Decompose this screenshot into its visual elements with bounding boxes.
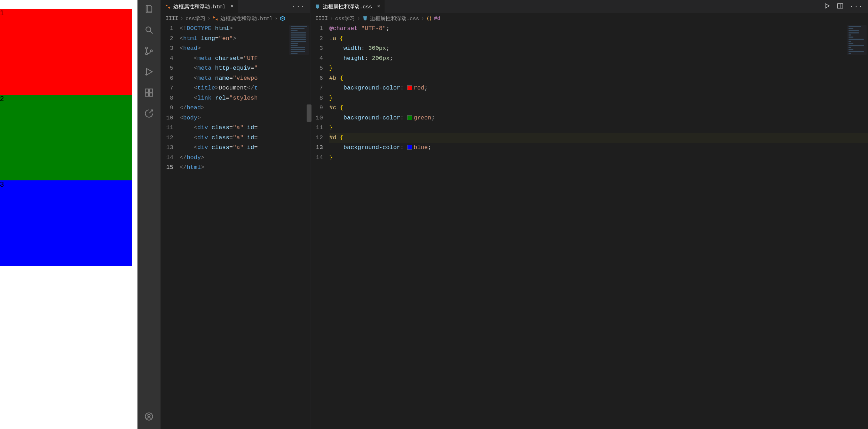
svg-point-3	[145, 53, 148, 55]
symbol-icon	[426, 16, 432, 21]
run-debug-icon[interactable]	[143, 66, 155, 77]
tab-toolbar: ···	[287, 0, 310, 13]
svg-rect-6	[145, 89, 149, 92]
svg-point-11	[148, 414, 150, 417]
remote-icon[interactable]	[143, 108, 155, 119]
code-content[interactable]: @charset "UTF-8";.a { width: 300px; heig…	[329, 24, 868, 429]
search-icon[interactable]	[143, 24, 155, 36]
breadcrumb-root: IIII	[315, 16, 328, 22]
symbol-icon	[280, 16, 285, 21]
svg-rect-9	[149, 93, 152, 96]
html-file-icon	[165, 4, 171, 9]
breadcrumb-folder: css学习	[186, 15, 205, 22]
line-number-gutter: 1234567891011121314	[310, 24, 329, 429]
editor-group-1: 边框属性和浮动.html × ··· IIII › css学习 › 边框属性和浮…	[160, 0, 310, 429]
code-content[interactable]: <!DOCTYPE html><html lang="en"><head> <m…	[180, 24, 310, 429]
chevron-right-icon: ›	[180, 16, 183, 22]
preview-box-label: 2	[0, 95, 4, 103]
preview-box-1: 1	[0, 9, 132, 95]
breadcrumb-file: 边框属性和浮动.css	[370, 15, 419, 22]
preview-box-2: 2	[0, 95, 132, 180]
browser-preview-pane: 1 2 3	[0, 0, 137, 429]
split-editor-icon[interactable]	[837, 2, 844, 11]
account-icon[interactable]	[143, 411, 155, 422]
breadcrumb-root: IIII	[166, 16, 178, 22]
tab-html-file[interactable]: 边框属性和浮动.html ×	[161, 0, 238, 13]
extensions-icon[interactable]	[143, 87, 155, 98]
svg-point-5	[145, 74, 147, 76]
tab-css-file[interactable]: 边框属性和浮动.css ×	[310, 0, 385, 13]
minimap[interactable]	[847, 25, 867, 55]
tab-label: 边框属性和浮动.html	[173, 3, 226, 10]
chevron-right-icon: ›	[207, 16, 211, 22]
svg-rect-8	[145, 93, 149, 96]
tab-label: 边框属性和浮动.css	[323, 3, 372, 10]
breadcrumb-folder: css学习	[335, 15, 355, 22]
run-icon[interactable]	[823, 2, 830, 11]
html-file-icon	[213, 16, 218, 21]
svg-point-2	[145, 47, 148, 49]
breadcrumb[interactable]: IIII › css学习 › 边框属性和浮动.html ›	[161, 13, 310, 24]
more-actions-icon[interactable]: ···	[292, 3, 305, 10]
source-control-icon[interactable]	[143, 45, 155, 56]
chevron-right-icon: ›	[357, 16, 360, 22]
files-icon[interactable]	[143, 3, 155, 15]
minimap[interactable]	[289, 25, 309, 55]
svg-point-0	[146, 27, 151, 32]
chevron-right-icon: ›	[275, 16, 278, 22]
more-actions-icon[interactable]: ···	[850, 3, 863, 10]
tab-bar: 边框属性和浮动.css × ···	[310, 0, 868, 13]
preview-body: 1 2 3	[0, 9, 137, 266]
svg-rect-7	[149, 89, 152, 92]
css-file-icon	[315, 4, 320, 9]
chevron-right-icon: ›	[330, 16, 333, 22]
tab-toolbar: ···	[819, 0, 868, 13]
preview-box-label: 3	[0, 180, 4, 188]
editor-area: 边框属性和浮动.html × ··· IIII › css学习 › 边框属性和浮…	[160, 0, 868, 429]
editor-group-2: 边框属性和浮动.css × ··· IIII › css学习 › 边框属性和浮动…	[310, 0, 868, 429]
activity-bar	[137, 0, 160, 429]
breadcrumb[interactable]: IIII › css学习 › 边框属性和浮动.css › #d	[310, 13, 868, 24]
preview-box-3: 3	[0, 180, 132, 266]
svg-line-1	[150, 31, 153, 34]
line-number-gutter: 123456789101112131415	[161, 24, 180, 429]
close-icon[interactable]: ×	[228, 3, 234, 10]
code-editor[interactable]: 1234567891011121314 @charset "UTF-8";.a …	[310, 24, 868, 429]
svg-point-4	[150, 50, 152, 52]
code-editor[interactable]: 123456789101112131415 <!DOCTYPE html><ht…	[161, 24, 310, 429]
breadcrumb-file: 边框属性和浮动.html	[220, 15, 273, 22]
breadcrumb-symbol: #d	[434, 16, 440, 22]
tab-bar: 边框属性和浮动.html × ···	[161, 0, 310, 13]
css-file-icon	[362, 16, 368, 21]
preview-box-label: 1	[0, 9, 4, 17]
chevron-right-icon: ›	[421, 16, 424, 22]
close-icon[interactable]: ×	[375, 3, 380, 10]
